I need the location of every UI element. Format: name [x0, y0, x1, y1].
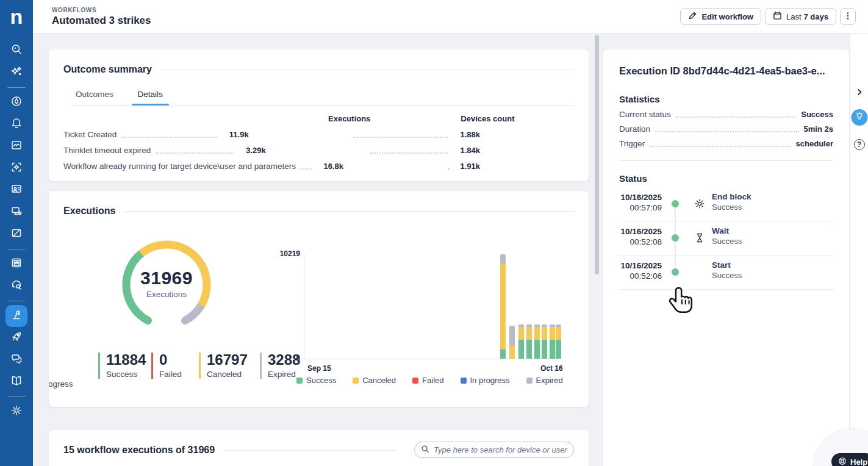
event-name[interactable]: Start	[712, 260, 731, 270]
help-circle-icon[interactable]: ?	[854, 139, 865, 150]
more-actions-button[interactable]	[840, 8, 856, 25]
event-name[interactable]: End block	[712, 192, 751, 201]
rocket-icon	[10, 331, 23, 345]
search-icon	[421, 445, 429, 456]
bell-icon	[10, 117, 23, 132]
sidebar-item-compass[interactable]	[5, 91, 27, 113]
search-box	[414, 442, 574, 458]
sidebar-item-experience[interactable]	[5, 157, 27, 179]
dotted-leader	[370, 152, 448, 154]
stat-row-label: Duration	[619, 124, 650, 134]
tab-outcomes[interactable]: Outcomes	[72, 85, 117, 105]
edit-workflow-button[interactable]: Edit workflow	[680, 8, 761, 25]
statistics-row: Duration 5min 2s	[619, 124, 833, 134]
status-title: Status	[619, 173, 833, 184]
sidebar-item-adoption[interactable]	[5, 179, 27, 201]
divider	[619, 160, 833, 161]
nexthink-logo[interactable]: n	[0, 0, 33, 33]
tab-details[interactable]: Details	[134, 85, 167, 105]
stat-row-value: Success	[801, 110, 833, 119]
sidebar-item-applications[interactable]	[5, 253, 27, 275]
bar-segment-success	[518, 340, 524, 359]
sidebar-item-search-ai[interactable]	[5, 40, 27, 62]
execution-details-panel: Execution ID 8bd7d44c-4d21-4ea5-bae3-e..…	[603, 49, 850, 466]
exec-stat: 0 Failed	[151, 353, 182, 379]
executions-value: 11.9k	[222, 130, 249, 139]
dotted-leader	[353, 137, 448, 138]
outcome-label: Thinklet timeout expired	[63, 146, 151, 155]
sidebar-item-remote-actions[interactable]	[5, 223, 27, 245]
legend-label: Expired	[536, 376, 563, 385]
sidebar-item-investigations[interactable]	[5, 275, 27, 297]
legend-swatch	[353, 378, 359, 384]
outcome-tabs: Outcomes Details	[72, 85, 574, 106]
chart-legend: Success Canceled Failed In progress Expi…	[296, 376, 563, 385]
app-root: n	[0, 0, 868, 466]
stat-in-progress-clipped: In progress	[48, 379, 73, 389]
legend-label: Failed	[422, 376, 443, 385]
bar-segment-success	[534, 340, 540, 359]
vertical-scrollbar[interactable]	[595, 35, 599, 274]
outcome-row: Workflow already running for target devi…	[63, 162, 574, 171]
sidebar-item-launch[interactable]	[5, 327, 27, 349]
event-result: Success	[712, 271, 742, 280]
search-ai-icon	[10, 43, 23, 58]
outcome-summary-card: Outcome summary Outcomes Details Executi…	[48, 49, 589, 182]
legend-item[interactable]: Canceled	[353, 376, 396, 385]
sidebar-item-dashboards[interactable]	[5, 135, 27, 157]
event-date: 10/16/2025	[619, 193, 662, 202]
help-button[interactable]: Help	[831, 453, 868, 466]
gear-icon	[694, 198, 706, 210]
event-result: Success	[712, 203, 742, 212]
sidebar-item-settings[interactable]	[5, 401, 27, 423]
sidebar-item-engage[interactable]	[5, 349, 27, 371]
sidebar-item-alerts[interactable]	[5, 113, 27, 135]
calendar-icon	[773, 11, 782, 22]
workflows-icon	[10, 309, 23, 323]
legend-item[interactable]: In progress	[461, 376, 510, 385]
divider	[124, 211, 574, 212]
presenter-icon	[10, 183, 23, 198]
dashboard-icon	[10, 139, 23, 154]
stat-label: Canceled	[207, 370, 248, 379]
stat-row-label: Trigger	[619, 139, 645, 148]
sidebar-item-library[interactable]	[5, 371, 27, 393]
timeline-event: 10/16/2025 00:57:09 End block Success	[619, 187, 833, 221]
settings-icon	[10, 404, 23, 419]
devices-value: 1.88k	[453, 130, 480, 139]
search-input[interactable]	[434, 445, 567, 454]
pencil-icon	[688, 11, 697, 22]
legend-item[interactable]: Success	[296, 376, 336, 385]
bar-segment-success	[556, 340, 561, 359]
legend-swatch	[461, 378, 467, 384]
executions-donut-chart: 31969 Executions	[118, 236, 215, 334]
tablet-pen-icon	[10, 227, 23, 242]
event-time: 00:52:06	[619, 271, 662, 281]
collapse-panel-button[interactable]	[853, 87, 866, 99]
stat-value: 11884	[106, 353, 146, 367]
exec-stat: 16797 Canceled	[199, 353, 248, 379]
executions-value: 16.8k	[317, 162, 343, 171]
dotted-leader	[676, 116, 796, 118]
sidebar-item-workflows[interactable]	[5, 305, 27, 327]
insights-button[interactable]	[851, 109, 867, 126]
y-axis-max-label: 10219	[256, 249, 300, 258]
chevron-right-icon	[855, 88, 864, 99]
stat-value: 16797	[207, 353, 248, 367]
legend-item[interactable]: Failed	[412, 376, 443, 385]
sidebar-item-devices[interactable]	[5, 201, 27, 223]
event-time: 00:57:09	[619, 203, 662, 212]
date-range-button[interactable]: Last 7 days	[765, 8, 836, 25]
sidebar-item-sparkles[interactable]	[5, 62, 27, 84]
event-name[interactable]: Wait	[712, 226, 729, 235]
main-content: Outcome summary Outcomes Details Executi…	[33, 34, 600, 466]
bar-segment-success	[550, 340, 555, 359]
status-dot-success	[672, 268, 679, 276]
legend-item[interactable]: Expired	[526, 376, 563, 385]
sidebar-divider	[7, 87, 26, 88]
outcome-summary-title: Outcome summary	[63, 64, 152, 75]
device-gear-icon	[10, 205, 23, 220]
executions-card: Executions 31969 Executions In progress …	[48, 190, 589, 407]
donut-segment-expired	[185, 306, 201, 320]
bar-segment-canceled	[534, 327, 540, 340]
